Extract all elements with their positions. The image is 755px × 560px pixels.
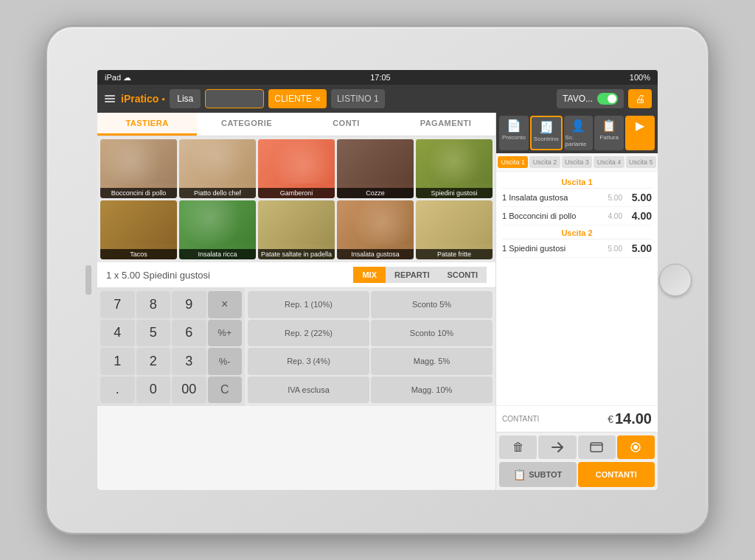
uscita-tab-1[interactable]: Uscita 1 [498, 156, 528, 168]
uscita-1-header: Uscita 1 [502, 175, 652, 189]
user-button[interactable]: Lisa [170, 89, 201, 108]
num-0[interactable]: 0 [136, 377, 171, 404]
volume-button[interactable] [86, 265, 91, 295]
food-item[interactable]: Insalata ricca [179, 200, 256, 259]
tab-nav: TASTIERA CATEGORIE CONTI PAGAMENTI [97, 113, 495, 136]
orange-action-button[interactable] [617, 435, 655, 459]
ipad-screen: iPad ☁ 17:05 100% iPratico● Lisa CLIENTE… [97, 70, 658, 490]
calc-tab-sconti[interactable]: SCONTI [438, 267, 487, 283]
home-button[interactable] [659, 264, 692, 296]
food-grid: Bocconcini di pollo Piatto dello chef Ga… [97, 136, 495, 262]
food-label: Patate saltate in padella [258, 249, 335, 259]
sc-parlante-icon[interactable]: 👤 Sc. parlante [564, 116, 594, 150]
rep-1[interactable]: Rep. 1 (10%) [248, 291, 369, 318]
rep-3[interactable]: Rep. 3 (4%) [248, 348, 369, 375]
num-00[interactable]: 00 [172, 377, 206, 404]
num-7[interactable]: 7 [100, 291, 135, 318]
magg-10[interactable]: Magg. 10% [371, 377, 493, 404]
calc-tab-mix[interactable]: MIX [353, 267, 386, 283]
uscita-tab-3[interactable]: Uscita 3 [562, 156, 592, 168]
sconto-10[interactable]: Sconto 10% [371, 320, 493, 347]
status-time: 17:05 [370, 73, 391, 82]
num-9[interactable]: 9 [172, 291, 206, 318]
sconto-5[interactable]: Sconto 5% [371, 291, 493, 318]
send-button[interactable] [538, 435, 576, 459]
num-2[interactable]: 2 [136, 348, 171, 375]
order-item: 1 Bocconcini di pollo 4.00 4.00 [502, 207, 652, 225]
delete-button[interactable]: 🗑 [499, 435, 537, 459]
food-item[interactable]: Insalata gustosa [337, 200, 414, 259]
calc-display-text: 1 x 5.00 Spiedini gustosi [106, 270, 210, 281]
food-item[interactable]: Patate fritte [416, 200, 493, 259]
food-item[interactable]: Piatto dello chef [179, 139, 256, 198]
uscita-2-header: Uscita 2 [502, 225, 652, 239]
rep-2[interactable]: Rep. 2 (22%) [248, 320, 369, 347]
scontrino-icon[interactable]: 🧾 Scontrino [530, 116, 563, 150]
calc-tab-reparti[interactable]: REPARTI [386, 267, 438, 283]
status-left: iPad ☁ [105, 73, 131, 83]
app-logo: iPratico● [121, 93, 165, 105]
magg-5[interactable]: Magg. 5% [371, 348, 493, 375]
num-dot[interactable]: . [100, 377, 135, 404]
tab-pagamenti[interactable]: PAGAMENTI [396, 113, 495, 136]
num-6[interactable]: 6 [172, 320, 206, 347]
uscita-tab-2[interactable]: Uscita 2 [529, 156, 560, 168]
num-x[interactable]: × [208, 291, 243, 318]
ipad-shell: iPad ☁ 17:05 100% iPratico● Lisa CLIENTE… [46, 26, 709, 534]
food-label: Insalata gustosa [337, 249, 414, 259]
food-label: Spiedini gustosi [416, 188, 493, 198]
total-row: CONTANTI € 14.00 [496, 405, 658, 432]
uscita-tab-5[interactable]: Uscita 5 [626, 156, 656, 168]
num-c[interactable]: C [208, 377, 243, 404]
num-4[interactable]: 4 [100, 320, 135, 347]
top-bar: iPratico● Lisa CLIENTE ✕ LISTINO 1 TAVO.… [97, 85, 658, 113]
num-pct-minus[interactable]: %- [208, 348, 243, 375]
tavo-badge[interactable]: TAVO... [557, 89, 624, 108]
uscita-tabs: Uscita 1 Uscita 2 Uscita 3 Uscita 4 Usci… [496, 153, 658, 172]
order-item: 1 Insalata gustosa 5.00 5.00 [502, 189, 652, 207]
num-1[interactable]: 1 [100, 348, 135, 375]
toggle-switch[interactable] [597, 93, 618, 105]
svg-point-3 [633, 445, 638, 449]
fattura-icon[interactable]: 📋 Fattura [594, 116, 624, 150]
food-label: Tacos [100, 249, 177, 259]
food-item[interactable]: Patate saltate in padella [258, 200, 335, 259]
num-8[interactable]: 8 [136, 291, 171, 318]
bottom-actions: 🗑 [496, 432, 658, 462]
menu-icon[interactable] [103, 94, 116, 104]
cliente-badge[interactable]: CLIENTE ✕ [268, 89, 327, 108]
preconto-icon[interactable]: 📄 Preconto [499, 116, 529, 150]
search-input[interactable] [205, 89, 264, 108]
subtotale-button[interactable]: 📋 SUBTOT [499, 462, 577, 487]
contanti-button[interactable]: CONTANTI [578, 462, 655, 487]
order-list: Uscita 1 1 Insalata gustosa 5.00 5.00 1 … [496, 172, 658, 405]
num-pct-plus[interactable]: %+ [208, 320, 243, 347]
food-item[interactable]: Spiedini gustosi [416, 139, 493, 198]
close-icon[interactable]: ✕ [315, 95, 321, 103]
food-item[interactable]: Gamberoni [258, 139, 335, 198]
iva-esclusa[interactable]: IVA esclusa [248, 377, 369, 404]
svg-rect-0 [591, 443, 602, 452]
food-label: Insalata ricca [179, 249, 256, 259]
num-5[interactable]: 5 [136, 320, 171, 347]
card-button[interactable] [578, 435, 616, 459]
right-panel: 📄 Preconto 🧾 Scontrino 👤 Sc. parlante 📋 … [495, 113, 658, 490]
tab-tastiera[interactable]: TASTIERA [97, 113, 197, 136]
uscita-tab-4[interactable]: Uscita 4 [594, 156, 624, 168]
order-item: 1 Spiedini gustosi 5.00 5.00 [502, 239, 652, 258]
food-item[interactable]: Bocconcini di pollo [100, 139, 177, 198]
food-label: Piatto dello chef [179, 188, 256, 198]
tab-categorie[interactable]: CATEGORIE [197, 113, 296, 136]
num-3[interactable]: 3 [172, 348, 206, 375]
food-label: Bocconcini di pollo [100, 188, 177, 198]
more-icon[interactable]: ▶ [625, 116, 655, 150]
food-label: Patate fritte [416, 249, 493, 259]
food-label: Gamberoni [258, 188, 335, 198]
food-label: Cozze [337, 188, 414, 198]
total-amount: 14.00 [615, 410, 652, 427]
food-item[interactable]: Cozze [337, 139, 414, 198]
tab-conti[interactable]: CONTI [296, 113, 396, 136]
listino-button[interactable]: LISTINO 1 [331, 89, 385, 108]
print-button[interactable]: 🖨 [628, 89, 652, 108]
food-item[interactable]: Tacos [100, 200, 177, 259]
